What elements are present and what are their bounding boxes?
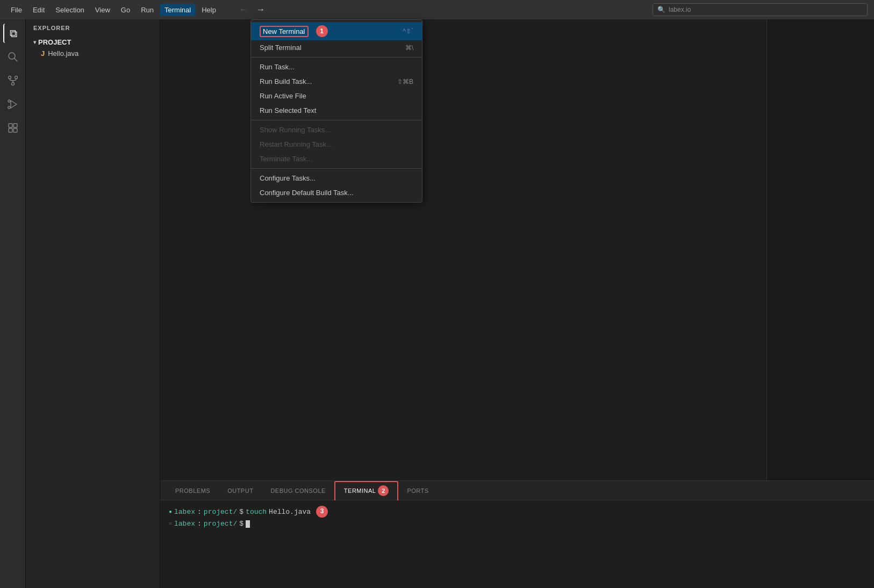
svg-point-2: [8, 76, 11, 79]
activity-bar: ⧉: [0, 19, 26, 588]
svg-point-7: [8, 100, 10, 102]
prompt-dollar-2: $: [239, 520, 243, 528]
svg-point-8: [8, 106, 10, 109]
sidebar-header: EXPLORER: [26, 19, 160, 34]
files-icon[interactable]: ⧉: [3, 24, 23, 43]
main-layout: ⧉: [0, 19, 874, 588]
menu-run-active-file[interactable]: Run Active File: [251, 89, 422, 103]
configure-default-build-task-label: Configure Default Build Task...: [260, 189, 354, 197]
terminal-badge: 2: [378, 485, 389, 496]
svg-rect-10: [13, 124, 17, 127]
svg-rect-9: [9, 124, 12, 127]
svg-rect-11: [9, 128, 12, 132]
search-icon[interactable]: [3, 47, 23, 67]
menu-section-2: Run Task... Run Build Task... ⇧⌘B Run Ac…: [251, 58, 422, 120]
svg-line-1: [14, 59, 17, 62]
restart-running-task-label: Restart Running Task...: [260, 140, 332, 148]
nav-arrows: ← →: [237, 4, 268, 16]
panel-content: ● labex:project/ $ touch Hello.java 3 ○ …: [160, 500, 874, 588]
terminal-cursor: [246, 520, 250, 528]
svg-point-3: [15, 76, 17, 79]
terminal-dropdown-menu[interactable]: New Terminal 1 ^⇧` Split Terminal ⌘\ Run…: [250, 19, 422, 203]
dot-empty-icon: ○: [169, 521, 172, 527]
prompt-user-2: labex: [174, 520, 195, 528]
menu-edit[interactable]: Edit: [28, 4, 49, 16]
chevron-down-icon: ▾: [33, 39, 36, 45]
split-terminal-label: Split Terminal: [260, 44, 302, 52]
menu-section-3: Show Running Tasks... Restart Running Ta…: [251, 120, 422, 169]
run-task-label: Run Task...: [260, 63, 295, 71]
run-debug-icon[interactable]: [3, 95, 23, 114]
terminal-tab-label: TERMINAL: [344, 487, 376, 494]
menu-run-task[interactable]: Run Task...: [251, 60, 422, 74]
project-folder[interactable]: ▾ PROJECT: [26, 37, 160, 48]
show-running-tasks-label: Show Running Tasks...: [260, 126, 331, 134]
terminate-task-label: Terminate Task...: [260, 155, 312, 163]
editor-area: New Terminal 1 ^⇧` Split Terminal ⌘\ Run…: [160, 19, 874, 588]
menu-configure-default-build-task[interactable]: Configure Default Build Task...: [251, 185, 422, 200]
menu-section-1: New Terminal 1 ^⇧` Split Terminal ⌘\: [251, 20, 422, 58]
menu-bar: File Edit Selection View Go Run Terminal…: [6, 4, 220, 16]
prompt-path-1: project/: [204, 508, 237, 516]
prompt-sep-2: :: [197, 520, 202, 528]
prompt-path-2: project/: [204, 520, 237, 528]
terminal-line-1: ● labex:project/ $ touch Hello.java 3: [169, 506, 865, 518]
new-terminal-shortcut: ^⇧`: [403, 27, 413, 35]
run-build-task-label: Run Build Task...: [260, 77, 312, 85]
menu-terminate-task: Terminate Task...: [251, 152, 422, 166]
menu-selection[interactable]: Selection: [51, 4, 88, 16]
run-selected-text-label: Run Selected Text: [260, 106, 316, 114]
new-terminal-label: New Terminal: [260, 26, 309, 37]
panel-tabs: PROBLEMS OUTPUT DEBUG CONSOLE TERMINAL 2…: [160, 481, 874, 500]
search-icon: 🔍: [657, 6, 665, 13]
extensions-icon[interactable]: [3, 118, 23, 138]
menu-go[interactable]: Go: [117, 4, 134, 16]
file-hello-java[interactable]: J Hello.java: [26, 48, 160, 59]
tab-terminal[interactable]: TERMINAL 2: [334, 481, 399, 500]
menu-run-selected-text[interactable]: Run Selected Text: [251, 103, 422, 118]
right-panel-glimpse: [766, 19, 874, 481]
tab-output[interactable]: OUTPUT: [219, 481, 262, 500]
search-bar[interactable]: 🔍 labex.io: [653, 3, 868, 16]
tab-debug-console[interactable]: DEBUG CONSOLE: [262, 481, 334, 500]
search-placeholder: labex.io: [669, 6, 691, 13]
cmd-touch: touch: [246, 508, 267, 516]
configure-tasks-label: Configure Tasks...: [260, 174, 316, 182]
badge-3: 3: [316, 506, 328, 518]
tab-problems[interactable]: PROBLEMS: [167, 481, 219, 500]
run-build-task-shortcut: ⇧⌘B: [397, 78, 413, 85]
java-file-icon: J: [41, 49, 45, 58]
tab-ports[interactable]: PORTS: [398, 481, 437, 500]
file-name: Hello.java: [48, 49, 78, 58]
menu-restart-running-task: Restart Running Task...: [251, 137, 422, 152]
nav-back-arrow[interactable]: ←: [237, 4, 250, 16]
menu-file[interactable]: File: [6, 4, 26, 16]
nav-forward-arrow[interactable]: →: [254, 4, 268, 16]
svg-point-4: [11, 83, 14, 85]
prompt-sep-1: :: [197, 508, 202, 516]
menu-run-build-task[interactable]: Run Build Task... ⇧⌘B: [251, 74, 422, 89]
menu-help[interactable]: Help: [197, 4, 220, 16]
menu-split-terminal[interactable]: Split Terminal ⌘\: [251, 40, 422, 55]
project-label: PROJECT: [38, 38, 71, 46]
svg-marker-6: [11, 101, 17, 108]
menu-section-4: Configure Tasks... Configure Default Bui…: [251, 169, 422, 202]
sidebar-section: ▾ PROJECT J Hello.java: [26, 34, 160, 61]
svg-rect-12: [13, 128, 17, 132]
sidebar: EXPLORER ▾ PROJECT J Hello.java: [26, 19, 160, 588]
split-terminal-shortcut: ⌘\: [405, 44, 413, 52]
prompt-dollar-1: $: [239, 508, 243, 516]
badge-1: 1: [316, 25, 328, 37]
source-control-icon[interactable]: [3, 71, 23, 90]
menu-configure-tasks[interactable]: Configure Tasks...: [251, 171, 422, 185]
titlebar: File Edit Selection View Go Run Terminal…: [0, 0, 874, 19]
menu-new-terminal[interactable]: New Terminal 1 ^⇧`: [251, 22, 422, 40]
menu-view[interactable]: View: [91, 4, 114, 16]
menu-terminal[interactable]: Terminal: [160, 4, 195, 16]
terminal-line-2: ○ labex:project/ $: [169, 520, 865, 528]
prompt-user-1: labex: [174, 508, 195, 516]
menu-run[interactable]: Run: [137, 4, 158, 16]
menu-show-running-tasks: Show Running Tasks...: [251, 123, 422, 137]
run-active-file-label: Run Active File: [260, 92, 306, 100]
cmd-args-1: Hello.java: [269, 508, 311, 516]
